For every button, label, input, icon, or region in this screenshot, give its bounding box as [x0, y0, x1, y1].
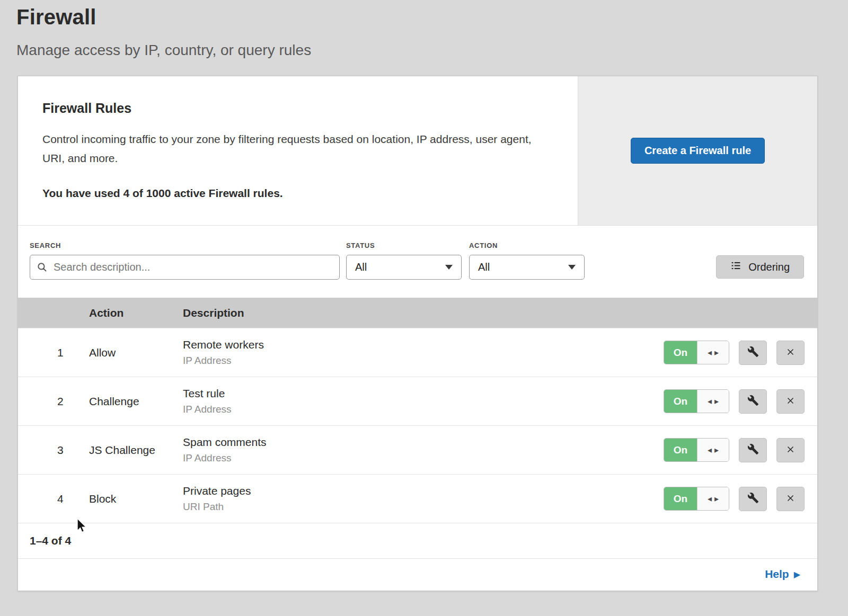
- rule-number: 3: [18, 444, 89, 457]
- close-icon: [785, 396, 796, 407]
- wrench-icon: [747, 346, 759, 359]
- edit-rule-button[interactable]: [739, 487, 767, 511]
- wrench-icon: [747, 492, 759, 505]
- action-select-value: All: [478, 261, 490, 273]
- status-toggle[interactable]: On ◂▸: [664, 389, 729, 413]
- toggle-on-label: On: [664, 439, 697, 461]
- toggle-on-label: On: [664, 341, 697, 364]
- rule-controls: On ◂▸: [664, 341, 817, 365]
- status-label: STATUS: [346, 242, 462, 249]
- edit-rule-button[interactable]: [739, 389, 767, 414]
- help-link[interactable]: Help ▶: [765, 568, 800, 581]
- ordering-button[interactable]: Ordering: [716, 255, 804, 279]
- rule-description-cell: Remote workers IP Address: [183, 338, 664, 367]
- status-select-value: All: [355, 261, 367, 273]
- create-rule-panel: Create a Firewall rule: [578, 76, 817, 225]
- rule-match-type: IP Address: [183, 355, 664, 367]
- rule-description-cell: Test rule IP Address: [183, 387, 664, 415]
- rule-description: Remote workers: [183, 338, 664, 351]
- rule-number: 2: [18, 395, 89, 408]
- status-toggle[interactable]: On ◂▸: [664, 438, 729, 462]
- status-filter-group: STATUS All: [346, 242, 462, 280]
- status-toggle[interactable]: On ◂▸: [664, 487, 729, 511]
- column-header-description: Description: [183, 307, 664, 319]
- rule-controls: On ◂▸: [664, 438, 817, 462]
- delete-rule-button[interactable]: [776, 341, 805, 365]
- table-row: 4 Block Private pages URI Path On ◂▸: [18, 474, 817, 523]
- section-description: Control incoming traffic to your zone by…: [42, 130, 546, 168]
- rule-match-type: IP Address: [183, 452, 664, 464]
- card-footer: Help ▶: [18, 558, 817, 591]
- search-label: SEARCH: [30, 242, 340, 249]
- status-select[interactable]: All: [346, 255, 462, 280]
- delete-rule-button[interactable]: [776, 389, 805, 414]
- firewall-rules-intro-text: Firewall Rules Control incoming traffic …: [18, 76, 578, 225]
- rule-action: Allow: [89, 346, 183, 359]
- action-label: ACTION: [469, 242, 585, 249]
- help-link-label: Help: [765, 568, 789, 581]
- search-box: [30, 255, 340, 280]
- search-input[interactable]: [30, 255, 340, 280]
- toggle-arrows-icon: ◂▸: [697, 390, 729, 413]
- wrench-icon: [747, 443, 759, 457]
- delete-rule-button[interactable]: [776, 438, 805, 462]
- edit-rule-button[interactable]: [739, 341, 767, 365]
- rule-action: Block: [89, 493, 183, 505]
- section-title: Firewall Rules: [42, 101, 546, 116]
- toggle-arrows-icon: ◂▸: [697, 439, 729, 461]
- create-firewall-rule-button[interactable]: Create a Firewall rule: [631, 138, 765, 164]
- firewall-rules-intro: Firewall Rules Control incoming traffic …: [18, 76, 817, 226]
- close-icon: [785, 493, 796, 505]
- rule-action: JS Challenge: [89, 444, 183, 457]
- rule-number: 1: [18, 346, 89, 359]
- rule-action: Challenge: [89, 395, 183, 408]
- action-select[interactable]: All: [469, 255, 585, 280]
- toggle-arrows-icon: ◂▸: [697, 341, 729, 364]
- rule-description-cell: Spam comments IP Address: [183, 436, 664, 464]
- wrench-icon: [747, 395, 759, 408]
- rule-description: Spam comments: [183, 436, 664, 449]
- close-icon: [785, 444, 796, 456]
- chevron-down-icon: [568, 265, 576, 270]
- chevron-down-icon: [445, 265, 453, 270]
- ordering-button-label: Ordering: [748, 261, 790, 273]
- action-filter-group: ACTION All: [469, 242, 585, 280]
- rule-controls: On ◂▸: [664, 389, 817, 414]
- page-header: Firewall Manage access by IP, country, o…: [0, 0, 848, 59]
- table-row: 1 Allow Remote workers IP Address On ◂▸: [18, 328, 817, 377]
- firewall-card: Firewall Rules Control incoming traffic …: [17, 76, 818, 591]
- rule-number: 4: [18, 493, 89, 505]
- rule-description: Test rule: [183, 387, 664, 400]
- rule-match-type: IP Address: [183, 404, 664, 415]
- close-icon: [785, 347, 796, 359]
- rule-description: Private pages: [183, 485, 664, 497]
- toggle-on-label: On: [664, 390, 697, 413]
- table-row: 3 JS Challenge Spam comments IP Address …: [18, 425, 817, 474]
- firewall-rules-table: Action Description 1 Allow Remote worker…: [18, 298, 817, 558]
- page-title: Firewall: [16, 5, 848, 29]
- delete-rule-button[interactable]: [776, 487, 805, 511]
- search-filter-group: SEARCH: [30, 242, 340, 280]
- toggle-arrows-icon: ◂▸: [697, 487, 729, 510]
- filters-bar: SEARCH STATUS All ACTION All: [18, 226, 817, 298]
- help-arrow-icon: ▶: [794, 569, 800, 579]
- table-row: 2 Challenge Test rule IP Address On ◂▸: [18, 377, 817, 425]
- status-toggle[interactable]: On ◂▸: [664, 341, 729, 364]
- ordered-list-icon: [730, 260, 741, 274]
- usage-summary: You have used 4 of 1000 active Firewall …: [42, 187, 546, 200]
- toggle-on-label: On: [664, 487, 697, 510]
- table-header-row: Action Description: [18, 298, 817, 328]
- column-header-action: Action: [89, 307, 183, 319]
- rule-match-type: URI Path: [183, 501, 664, 513]
- rule-description-cell: Private pages URI Path: [183, 485, 664, 513]
- edit-rule-button[interactable]: [739, 438, 767, 462]
- rule-controls: On ◂▸: [664, 487, 817, 511]
- page-subtitle: Manage access by IP, country, or query r…: [16, 42, 848, 59]
- pagination-summary: 1–4 of 4: [18, 523, 817, 558]
